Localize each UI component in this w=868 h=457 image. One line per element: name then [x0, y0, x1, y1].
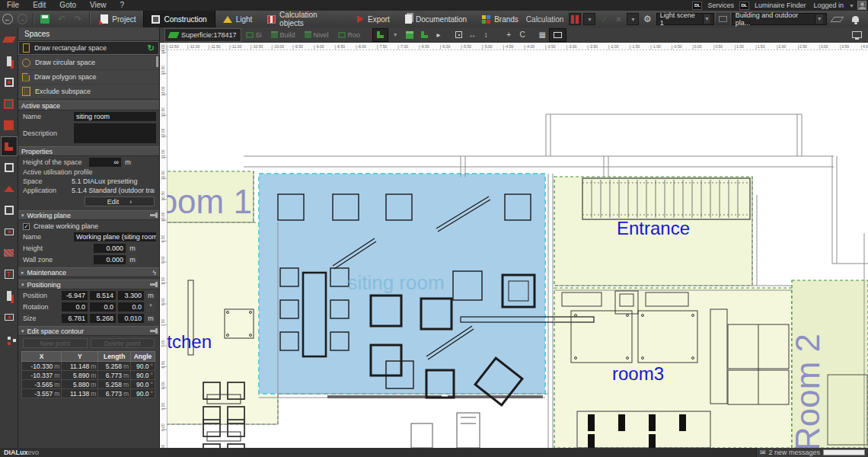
text-tool[interactable]: T	[1, 264, 18, 284]
rotation-x-input[interactable]: 0.0	[62, 302, 88, 312]
accept-button[interactable]: ✓	[598, 13, 610, 25]
draw-rectangular-space-tool[interactable]: Draw rectangular space ↻	[18, 41, 159, 55]
new-point-button[interactable]: New point	[23, 338, 88, 348]
position-z-input[interactable]: 3.300	[118, 291, 144, 300]
building-tool[interactable]	[1, 72, 18, 92]
size-x-input[interactable]: 6.781	[62, 314, 88, 323]
tab-export[interactable]: Export	[349, 11, 397, 27]
settings-button[interactable]: ⚙	[641, 13, 653, 25]
working-plane-height-input[interactable]: 0.000	[94, 244, 126, 253]
tab-project[interactable]: Project	[93, 11, 143, 27]
roof-covering-tool[interactable]	[1, 243, 18, 263]
size-y-input[interactable]: 5.268	[90, 314, 116, 323]
zoom-fit-button[interactable]	[452, 29, 465, 41]
storey-tool[interactable]	[1, 94, 18, 113]
logged-in-menu[interactable]: Logged in	[812, 2, 847, 9]
luminaire-finder-link[interactable]: Luminaire Finder	[752, 2, 809, 9]
tab-construction[interactable]: Construction	[143, 11, 215, 27]
edit-space-contour-header[interactable]: ▾ Edit space contour	[18, 326, 159, 336]
position-y-input[interactable]: 8.514	[90, 291, 116, 300]
draw-circular-space-tool[interactable]: Draw circular space	[18, 56, 159, 69]
maintenance-header[interactable]: ▸ Maintenance ϟ	[18, 267, 159, 277]
breadcrumb-room[interactable]: Roo	[333, 31, 365, 39]
space-name-input[interactable]: siting room	[74, 112, 156, 121]
furniture-tool[interactable]	[1, 51, 18, 71]
view-mode-select[interactable]: Building and outdoor pla... ▼	[732, 13, 827, 25]
redo-button[interactable]: ↷	[72, 12, 85, 26]
table-row[interactable]: -3.565m 5.880m 5.258m 90.0°	[22, 380, 155, 389]
roof-tool[interactable]	[1, 179, 18, 199]
tools-scrollbar[interactable]	[156, 56, 158, 67]
position-x-input[interactable]: -6.947	[62, 291, 88, 300]
services-link[interactable]: Services	[705, 2, 736, 9]
breadcrumb-building[interactable]: Build	[266, 31, 300, 39]
positioning-header[interactable]: ▾ Positioning	[18, 280, 159, 289]
draw-polygon-space-tool[interactable]: Draw polygon space	[18, 70, 159, 84]
undo-button[interactable]: ↶	[56, 12, 68, 26]
menu-help[interactable]: ?	[113, 0, 132, 11]
size-z-input[interactable]: 0.010	[118, 314, 144, 323]
view-plan-button[interactable]	[417, 28, 432, 42]
pin-icon[interactable]	[150, 330, 156, 332]
menu-goto[interactable]: Goto	[53, 0, 83, 11]
light-scene-select[interactable]: Light scene 1 ▼	[656, 13, 715, 25]
view-next-arrow[interactable]: ▸	[432, 29, 445, 41]
menu-view[interactable]: View	[83, 0, 113, 11]
presentation-icon[interactable]	[831, 17, 844, 22]
rotation-z-input[interactable]: 0.0	[118, 302, 144, 312]
measure-vertical-button[interactable]: ↕	[479, 29, 493, 41]
back-button[interactable]: ←	[2, 14, 13, 24]
breadcrumb-storey[interactable]: Nivel	[300, 31, 333, 39]
space-description-input[interactable]	[74, 123, 156, 143]
menu-file[interactable]: File	[0, 0, 26, 11]
table-row[interactable]: -10.337m 5.890m 6.773m 90.0°	[22, 371, 155, 380]
working-plane-name-input[interactable]: Working plane (siting room)	[74, 232, 156, 241]
forward-button[interactable]: →	[18, 14, 28, 24]
select-tool[interactable]	[1, 30, 18, 50]
cutout-tool[interactable]	[1, 158, 18, 177]
room-tool[interactable]	[1, 115, 18, 135]
chevron-down-icon[interactable]: ▼	[849, 3, 854, 8]
save-button[interactable]	[39, 12, 51, 26]
tab-light[interactable]: Light	[215, 11, 260, 27]
floorplan-canvas[interactable]: room 1 kitchen siting room Entrance room…	[160, 43, 868, 448]
wall-zone-input[interactable]: 0.000	[94, 255, 126, 264]
measure-horizontal-button[interactable]: ↔	[465, 29, 479, 41]
tab-calculation-objects[interactable]: Calculation objects	[260, 11, 349, 27]
create-working-plane-checkbox[interactable]: ✓	[23, 223, 30, 230]
exclude-subspace-tool[interactable]: Exclude subspace	[18, 85, 159, 98]
move-tool-button[interactable]: +	[502, 29, 515, 41]
cancel-dropdown[interactable]: ▼	[627, 13, 639, 25]
ceiling-tool[interactable]	[1, 200, 18, 220]
tab-brands[interactable]: Brands	[474, 11, 526, 27]
view-3d-button[interactable]	[402, 28, 417, 42]
messages-status[interactable]: ✉ 2 new messages	[756, 448, 868, 457]
space-tool[interactable]	[1, 136, 18, 156]
table-row[interactable]: -10.330m 11.148m 5.258m 90.0°	[22, 362, 155, 371]
rotation-y-input[interactable]: 0.0	[90, 302, 116, 312]
window-tool[interactable]	[1, 307, 18, 327]
surface-button[interactable]: Superficie:178417	[164, 28, 241, 42]
table-row[interactable]: -3.557m 11.138m 6.773m 90.0°	[22, 389, 155, 398]
space-height-input[interactable]: ∞	[89, 158, 121, 167]
rectangle-select-button[interactable]	[549, 28, 566, 42]
pin-icon[interactable]	[150, 283, 156, 286]
light-scene-extra-button[interactable]	[716, 13, 729, 25]
rotate-tool-button[interactable]: C	[515, 29, 529, 41]
view-floorplan-button[interactable]	[372, 28, 388, 42]
user-avatar[interactable]	[857, 1, 866, 10]
start-calculation-button[interactable]	[569, 13, 581, 25]
edit-profile-button[interactable]: Edit ›	[85, 197, 155, 206]
breadcrumb-site[interactable]: Si	[241, 31, 266, 39]
working-plane-header[interactable]: ▾ Working plane	[18, 210, 159, 220]
tab-documentation[interactable]: Documentation	[397, 11, 474, 27]
view-dropdown[interactable]: ▼	[388, 29, 402, 41]
menu-edit[interactable]: Edit	[26, 0, 53, 11]
delete-point-button[interactable]: Delete point	[91, 338, 155, 348]
grid-toggle-button[interactable]: ▦	[535, 29, 549, 41]
assembly-tool[interactable]	[1, 328, 18, 348]
cancel-button[interactable]: ✕	[612, 13, 624, 25]
calculation-dropdown[interactable]: ▼	[583, 13, 595, 25]
notifications-bell-icon[interactable]	[852, 16, 859, 22]
monitor-icon[interactable]	[852, 31, 862, 38]
